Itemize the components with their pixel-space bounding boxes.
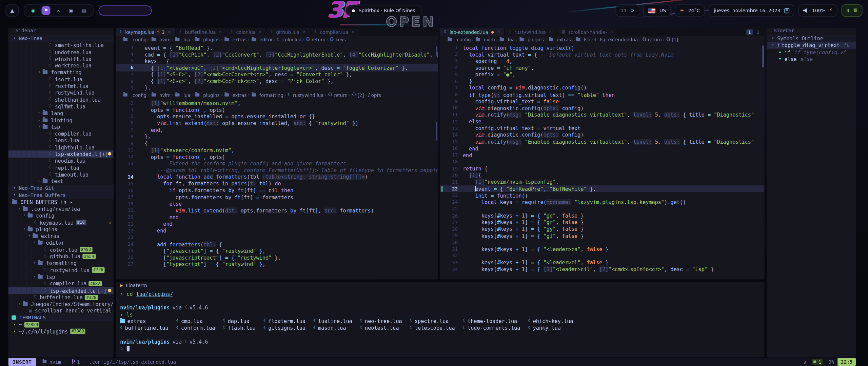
close-icon[interactable]: × bbox=[167, 29, 171, 34]
breadcrumb-item[interactable]: ☾rustywind.lua bbox=[287, 92, 323, 98]
breadcrumb-item[interactable]: {}keys bbox=[330, 37, 346, 42]
tree-item[interactable]: ☾lens.lua bbox=[8, 137, 113, 144]
code-line[interactable]: 27 keys[#keys + 1] = { "gr", false } bbox=[440, 219, 765, 226]
tree-item[interactable]: ☾rustywind.lua bbox=[8, 89, 113, 96]
breadcrumb-item[interactable]: {}[1] bbox=[666, 37, 678, 42]
breadcrumb-item[interactable]: formatting bbox=[251, 92, 283, 98]
code-line[interactable]: 6 vim.list_extend(dst: opts.ensure_insta… bbox=[116, 120, 438, 126]
breadcrumb-item[interactable]: extras bbox=[548, 37, 571, 42]
tree-item[interactable]: ▾lsp bbox=[8, 273, 113, 280]
code-line[interactable]: 22 end bbox=[116, 227, 438, 234]
tree-item[interactable]: ›~/.c/n/l/plugins#3980 bbox=[8, 328, 113, 335]
tree-item[interactable]: ▾config bbox=[8, 212, 113, 219]
tree-item[interactable]: ☾neodim.lua bbox=[8, 158, 113, 164]
breadcrumb-item[interactable]: extras bbox=[223, 37, 246, 42]
breadcrumb-item[interactable]: .config bbox=[122, 92, 146, 98]
tree-item[interactable]: ☾compiler.lua bbox=[8, 130, 113, 137]
tree-item[interactable]: ▾formatting bbox=[8, 69, 113, 76]
section-git[interactable]: ▾Neo-Tree Git bbox=[8, 185, 113, 192]
tab-color.lua[interactable]: ☾color.lua× bbox=[226, 28, 267, 36]
tabpage-1[interactable]: 1 bbox=[746, 29, 753, 35]
editor-rustywind-lua[interactable]: 3 [1]"williamboman/mason.nvim",4 opts = … bbox=[116, 99, 438, 280]
tab-keymaps.lua[interactable]: ☾keymaps.lua⚠3× bbox=[116, 28, 175, 36]
code-line[interactable]: 23 bbox=[116, 234, 438, 241]
code-line[interactable]: 26 keys[#keys + 1] = { "gd", false } bbox=[440, 212, 765, 219]
tree-item[interactable]: ☾rustfmt.lua bbox=[8, 83, 113, 89]
scrollbar-thumb[interactable] bbox=[436, 46, 437, 56]
code-line[interactable]: 10 vim.diagnostic.config(opts: config) bbox=[440, 105, 765, 111]
close-icon[interactable]: × bbox=[549, 29, 552, 34]
editor-color-lua[interactable]: 3 event = { "BufRead" },4 cmd = { [1]"Cc… bbox=[116, 43, 438, 91]
tab-rustywind.lua[interactable]: ☾rustywind.lua× bbox=[505, 28, 557, 36]
code-line[interactable]: 21 end bbox=[116, 221, 438, 227]
close-icon[interactable]: × bbox=[302, 29, 306, 34]
terminal-output[interactable]: ›cdlua/plugins/nvim/lua/pluginsvia☾v5.4.… bbox=[116, 289, 764, 358]
tree-item[interactable]: ☾undotree.lua bbox=[8, 48, 113, 55]
code-line[interactable]: 15 for ft, formatters in pairs(t: tbl) d… bbox=[116, 180, 438, 187]
code-line[interactable]: 25 bbox=[440, 205, 765, 212]
code-line[interactable]: 2 local virtual_text = { -- Default virt… bbox=[440, 51, 765, 58]
tree-item[interactable]: ☾sqlfmt.lua bbox=[8, 103, 113, 110]
code-line[interactable]: 11 vim.notify(msg: "Disable diagnostics … bbox=[440, 111, 765, 118]
breadcrumb-item[interactable]: ☾lsp-extended.lua bbox=[594, 37, 638, 42]
code-line[interactable]: 5 opts.ensure_installed = opts.ensure_in… bbox=[116, 113, 438, 120]
tab-lsp-extended.lua[interactable]: ☾lsp-extended.lua●× bbox=[440, 28, 505, 36]
code-line[interactable]: 20 end bbox=[116, 214, 438, 221]
tab-scrollbar-handle-[interactable]: ▤scrollbar-handle-× bbox=[557, 28, 618, 36]
breadcrumb-item[interactable]: {}[2] bbox=[352, 92, 364, 98]
code-line[interactable]: 6 { [1]"<leader>uC", [2]"<cmd>CccHighlig… bbox=[116, 64, 438, 71]
close-icon[interactable]: × bbox=[497, 29, 500, 34]
breadcrumb-item[interactable]: editor bbox=[251, 37, 273, 42]
code-line[interactable]: 3 [1]"williamboman/mason.nvim", bbox=[116, 100, 438, 106]
section-terminals[interactable]: TERMINALS bbox=[8, 314, 113, 321]
code-line[interactable]: 25 ["javascript"] = { "rustywind" }, bbox=[116, 247, 438, 254]
tree-item[interactable]: ▾Juegos/Indies/SteamLibrary/st bbox=[8, 301, 113, 307]
code-line[interactable]: 4 source = "if_many", bbox=[440, 64, 765, 71]
tree-item[interactable]: ▾extras bbox=[8, 233, 113, 240]
code-line[interactable]: 27 ["typescript"] = { "rustywind" }, bbox=[116, 261, 438, 268]
breadcrumb-item[interactable]: lua bbox=[175, 92, 191, 98]
close-icon[interactable]: × bbox=[218, 29, 222, 34]
code-line[interactable]: 4 opts = function(_, opts) bbox=[116, 106, 438, 113]
code-line[interactable]: 5 keys = { bbox=[116, 58, 438, 64]
tree-item[interactable]: ▸test bbox=[8, 178, 113, 185]
code-line[interactable]: 9 }, bbox=[116, 85, 438, 92]
breadcrumb-item[interactable]: extras bbox=[223, 92, 246, 98]
editor-lsp-extended-lua[interactable]: 1local function toggle_diag_virtext()2 l… bbox=[440, 43, 765, 279]
code-line[interactable]: 1local function toggle_diag_virtext() bbox=[440, 44, 765, 51]
volume-widget[interactable]: 100%⚡ bbox=[798, 4, 837, 17]
code-line[interactable]: 20 [1]{ bbox=[440, 172, 765, 179]
code-line[interactable]: 8 }, bbox=[116, 133, 438, 140]
breadcrumb-item[interactable]: ☾color.lua bbox=[277, 37, 301, 42]
tree-item[interactable]: ☾lsp-extended.lu[+] bbox=[8, 151, 113, 158]
breadcrumb-item[interactable]: nvim bbox=[151, 37, 171, 42]
tree-item[interactable]: ☾isort.lua bbox=[8, 76, 113, 83]
code-line[interactable]: 14 local function add_formatters(tbl :ta… bbox=[116, 174, 438, 180]
code-line[interactable]: 31 keys[#keys + 1] = { "<leader>ca", fal… bbox=[440, 246, 765, 252]
code-line[interactable]: 17end bbox=[440, 152, 765, 159]
tabpage-2[interactable]: 2 bbox=[755, 29, 761, 35]
code-line[interactable]: 3 event = { "BufRead" }, bbox=[116, 44, 438, 51]
outline-item[interactable]: ◆elseelse bbox=[767, 56, 856, 62]
code-line[interactable]: 24 add_formatters(tbl: { bbox=[116, 241, 438, 247]
code-line[interactable]: 24 local keys = require(modname: "lazyvi… bbox=[440, 199, 765, 206]
outline-item[interactable]: ◆ifif type(config.vi bbox=[767, 48, 856, 55]
tree-item[interactable]: ☾lsp-extended.lu[+] bbox=[8, 287, 113, 294]
breadcrumb-item[interactable]: plugins bbox=[194, 37, 219, 42]
breadcrumb-item[interactable]: nvim bbox=[151, 92, 171, 98]
tree-item[interactable]: ☾shellharden.lua bbox=[8, 96, 113, 103]
code-line[interactable]: 9 { bbox=[116, 140, 438, 147]
breadcrumb-item[interactable]: {}return bbox=[305, 37, 326, 42]
code-line[interactable]: 19 vim.list_extend(dst: opts.formatters_… bbox=[116, 207, 438, 214]
breadcrumb-item[interactable]: .config bbox=[447, 37, 471, 42]
file-tree[interactable]: ▾Neo-Tree☾smart-splits.lua☾undotree.lua☾… bbox=[8, 35, 113, 358]
tree-item[interactable]: ☾worktree.lua bbox=[8, 62, 113, 69]
tree-item[interactable]: ▾lsp bbox=[8, 123, 113, 130]
code-line[interactable]: 12 opts = function(_, opts) bbox=[116, 153, 438, 160]
code-line[interactable]: 28 keys[#keys + 1] = { "gy", false } bbox=[440, 226, 765, 232]
code-line[interactable]: 7 local config = vim.diagnostic.config() bbox=[440, 85, 765, 92]
workspaces-widget[interactable]: 9▦ bbox=[842, 4, 863, 17]
code-line[interactable]: 12 else bbox=[440, 118, 765, 125]
code-line[interactable]: 34 keys[#keys + 1] = { [1]"<leader>cil",… bbox=[440, 266, 765, 273]
date-widget[interactable]: jueves, noviembre 16, 2023 bbox=[709, 4, 794, 17]
